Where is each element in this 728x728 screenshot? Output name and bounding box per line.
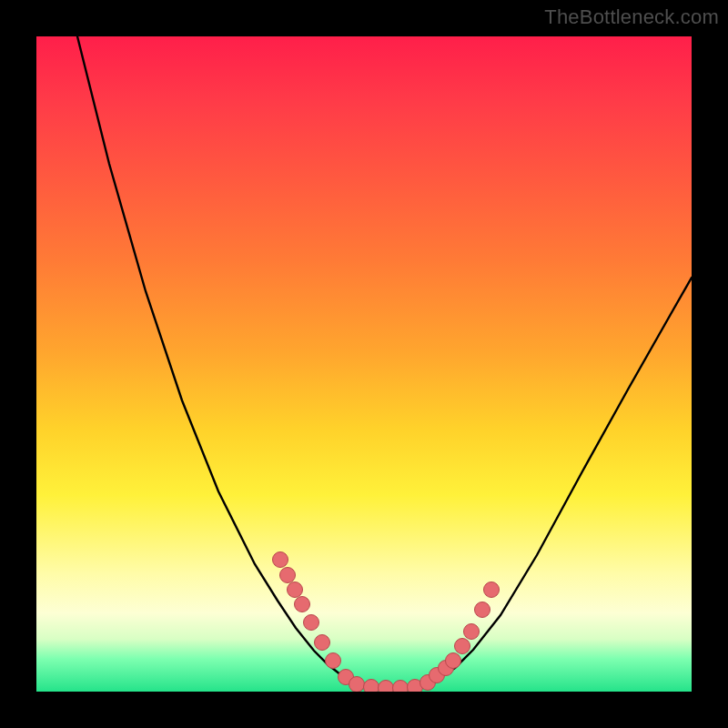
marker-dot: [326, 653, 341, 669]
marker-dot: [304, 615, 319, 631]
marker-dot: [315, 635, 330, 651]
marker-dot: [288, 582, 303, 598]
marker-dot: [455, 639, 470, 654]
curve-layer: [36, 36, 692, 692]
marker-dot: [364, 680, 379, 693]
bottleneck-curve: [77, 36, 692, 688]
chart-frame: TheBottleneck.com: [0, 0, 728, 728]
marker-dot: [446, 653, 461, 669]
marker-group: [273, 552, 500, 693]
plot-area: [36, 36, 692, 692]
marker-dot: [349, 677, 365, 693]
marker-dot: [273, 552, 288, 568]
attribution-text: TheBottleneck.com: [544, 5, 719, 29]
marker-dot: [379, 681, 394, 693]
marker-dot: [464, 624, 480, 640]
marker-dot: [295, 597, 310, 612]
marker-dot: [393, 681, 409, 693]
marker-dot: [484, 582, 500, 598]
marker-dot: [280, 568, 296, 583]
marker-dot: [475, 602, 490, 618]
